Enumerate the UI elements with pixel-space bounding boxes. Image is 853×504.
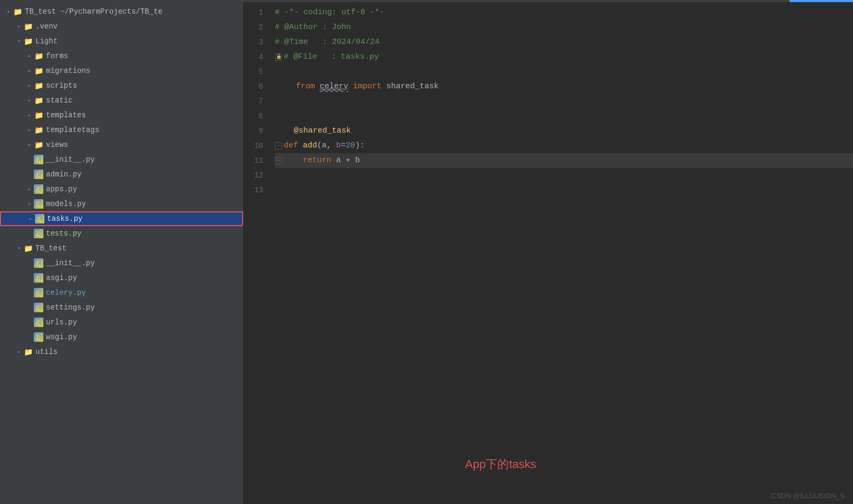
folder-icon: 📁: [34, 67, 43, 74]
code-text: [315, 79, 320, 94]
sidebar-item-label: templatetags: [46, 126, 99, 134]
sidebar-item-label: scripts: [46, 81, 77, 90]
python-file-icon: 🐍: [34, 273, 43, 283]
fold-icon[interactable]: 🔒: [275, 53, 282, 61]
sidebar-item-views[interactable]: 📁 views: [0, 137, 243, 152]
sidebar-item-celery[interactable]: 🐍 celery.py: [0, 285, 243, 300]
folder-icon: 📁: [34, 82, 43, 89]
sidebar-item-settings[interactable]: 🐍 settings.py: [0, 300, 243, 315]
param-a: a,: [322, 138, 336, 153]
sidebar-item-label: wsgi.py: [46, 333, 77, 341]
code-text: shared_task: [382, 79, 439, 94]
python-file-icon: 🐍: [34, 288, 43, 297]
sidebar-item-wsgi[interactable]: 🐍 wsgi.py: [0, 330, 243, 344]
sidebar-item-admin[interactable]: 🐍 admin.py: [0, 167, 243, 182]
python-file-icon: 🐍: [34, 155, 43, 164]
sidebar-item-tests[interactable]: 🐍 tests.py: [0, 226, 243, 241]
code-text: =: [341, 138, 346, 153]
sidebar-item-label: __init__.py: [46, 155, 95, 164]
chevron-icon: [15, 22, 23, 31]
sidebar-item-forms[interactable]: 📁 forms: [0, 49, 243, 63]
sidebar-item-asgi[interactable]: 🐍 asgi.py: [0, 270, 243, 285]
sidebar-item-models[interactable]: 🐍 models.py: [0, 197, 243, 211]
sidebar-item-tb-test-folder[interactable]: 📁 TB_test: [0, 241, 243, 256]
code-line-6: from celery import shared_task: [275, 79, 853, 94]
python-file-icon: 🐍: [34, 229, 43, 238]
code-line-8: [275, 109, 853, 124]
folder-icon: 📁: [34, 97, 43, 104]
default-value: 20: [346, 138, 355, 153]
python-file-icon: 🐍: [34, 258, 43, 268]
folder-icon: 📁: [23, 245, 33, 252]
chevron-icon: [25, 52, 34, 60]
sidebar-item-utils[interactable]: 📁 utils: [0, 344, 243, 359]
code-container: 1 2 3 4 5 6 7 8 9 10 11 12 13 # -*- codi…: [243, 2, 853, 504]
python-file-icon: 🐍: [34, 318, 43, 327]
sidebar-item-label: views: [46, 141, 68, 149]
folder-icon: 📁: [34, 111, 43, 119]
main-container: 📁 TB_test ~/PycharmProjects/TB_te 📁 .ven…: [0, 2, 853, 504]
sidebar-item-label: static: [46, 96, 72, 105]
sidebar-item-label: TB_test ~/PycharmProjects/TB_te: [25, 7, 162, 16]
sidebar-item-static[interactable]: 📁 static: [0, 93, 243, 108]
sidebar-item-apps[interactable]: 🐍 apps.py: [0, 182, 243, 197]
code-text: [275, 183, 280, 198]
folder-icon: 📁: [34, 52, 43, 60]
keyword-def: def: [284, 138, 303, 153]
python-file-icon: 🐍: [34, 303, 43, 312]
code-text: # @Author : John: [275, 20, 351, 35]
folder-icon: 📁: [34, 141, 43, 148]
fold-icon[interactable]: −: [275, 157, 282, 164]
folder-icon: 📁: [13, 8, 22, 15]
sidebar-item-init-light[interactable]: 🐍 __init__.py: [0, 152, 243, 167]
code-text: ):: [355, 138, 365, 153]
line-numbers: 1 2 3 4 5 6 7 8 9 10 11 12 13: [243, 2, 270, 504]
sidebar-item-tb-test-root[interactable]: 📁 TB_test ~/PycharmProjects/TB_te: [0, 4, 243, 19]
chevron-icon: [15, 348, 23, 356]
sidebar-item-urls[interactable]: 🐍 urls.py: [0, 315, 243, 330]
chevron-icon: [26, 214, 35, 223]
sidebar-item-label: templates: [46, 111, 86, 119]
folder-icon: 📁: [34, 126, 43, 134]
fold-icon[interactable]: −: [275, 142, 282, 150]
code-line-3: # @Time : 2024/04/24: [275, 35, 853, 50]
code-text: # -*- coding: utf-8 -*-: [275, 5, 384, 20]
code-line-2: # @Author : John: [275, 20, 853, 35]
param-b: b: [336, 138, 341, 153]
code-text: [275, 168, 280, 183]
code-lines: # -*- coding: utf-8 -*- # @Author : John…: [270, 2, 853, 504]
folder-icon: 📁: [23, 23, 33, 30]
chevron-icon: [25, 111, 34, 119]
sidebar-item-label: Light: [35, 37, 58, 45]
sidebar-item-light[interactable]: 📁 Light: [0, 34, 243, 49]
code-text: [275, 124, 294, 138]
code-line-10: − def add ( a, b = 20 ):: [275, 138, 853, 153]
code-text: [275, 94, 280, 109]
sidebar-item-venv[interactable]: 📁 .venv: [0, 19, 243, 34]
python-file-icon: 🐍: [34, 332, 43, 342]
python-file-icon: 🐍: [34, 199, 43, 209]
sidebar-item-label: urls.py: [46, 318, 77, 326]
sidebar-item-init-tb[interactable]: 🐍 __init__.py: [0, 256, 243, 270]
sidebar-item-scripts[interactable]: 📁 scripts: [0, 78, 243, 93]
code-line-13: [275, 183, 853, 198]
file-tree-sidebar: 📁 TB_test ~/PycharmProjects/TB_te 📁 .ven…: [0, 2, 243, 504]
python-file-icon: 🐍: [35, 214, 44, 223]
module-name: celery: [320, 79, 348, 94]
chevron-icon: [25, 126, 34, 134]
sidebar-item-templatetags[interactable]: 📁 templatetags: [0, 123, 243, 137]
sidebar-item-templates[interactable]: 📁 templates: [0, 108, 243, 123]
python-file-icon: 🐍: [34, 184, 43, 194]
code-text: # @File : tasks.py: [284, 50, 379, 64]
code-line-1: # -*- coding: utf-8 -*-: [275, 5, 853, 20]
watermark: CSDN @ILLUUSION_S: [772, 492, 845, 500]
code-line-9: @shared_task: [275, 124, 853, 138]
chevron-icon: [25, 141, 34, 149]
sidebar-item-label: utils: [35, 348, 58, 356]
sidebar-item-label: tests.py: [46, 229, 81, 238]
code-line-7: [275, 94, 853, 109]
sidebar-item-tasks[interactable]: 🐍 tasks.py: [0, 211, 243, 226]
sidebar-item-migrations[interactable]: 📁 migrations: [0, 63, 243, 78]
python-file-icon: 🐍: [34, 170, 43, 179]
chevron-icon: [4, 7, 13, 16]
